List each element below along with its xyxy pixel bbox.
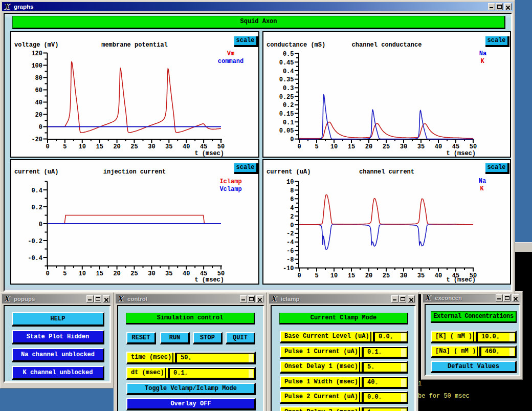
svg-text:20: 20 [365,272,372,279]
svg-text:0: 0 [297,143,301,150]
svg-text:35: 35 [165,143,172,150]
svg-text:0.05: 0.05 [279,127,294,135]
svg-text:-6: -6 [286,248,294,255]
svg-text:30: 30 [148,270,155,277]
svg-text:35: 35 [417,272,425,279]
svg-text:-20: -20 [31,136,42,143]
svg-text:15: 15 [348,143,355,150]
svg-text:Iclamp: Iclamp [219,178,241,185]
svg-text:-4: -4 [286,239,294,246]
svg-text:t (msec): t (msec) [194,150,224,157]
svg-text:channel conductance: channel conductance [352,41,422,49]
svg-text:20: 20 [113,270,120,277]
svg-text:120: 120 [31,50,42,57]
svg-text:0: 0 [297,272,301,279]
svg-text:0: 0 [39,221,42,228]
svg-text:10: 10 [79,143,86,150]
svg-text:0: 0 [39,124,42,131]
svg-text:-8: -8 [286,256,294,264]
svg-text:Vclamp: Vclamp [219,186,241,193]
svg-text:injection current: injection current [103,168,166,176]
svg-text:25: 25 [130,143,138,150]
svg-text:-10: -10 [283,265,294,272]
svg-text:-2: -2 [286,230,294,237]
svg-text:5: 5 [315,143,318,150]
svg-text:0: 0 [290,222,294,229]
svg-text:K: K [480,58,484,65]
svg-text:10: 10 [286,179,294,186]
svg-text:20: 20 [365,143,372,150]
svg-text:voltage (mV): voltage (mV) [14,41,58,49]
svg-text:0: 0 [46,143,49,150]
svg-text:current (uA): current (uA) [14,168,58,176]
svg-text:0.35: 0.35 [279,76,294,83]
svg-text:5: 5 [63,143,66,150]
svg-text:30: 30 [400,272,407,279]
svg-text:20: 20 [35,112,42,119]
svg-text:15: 15 [96,143,103,150]
svg-text:K: K [480,185,484,192]
svg-text:25: 25 [383,272,390,279]
svg-text:command: command [218,58,243,65]
svg-text:t (msec): t (msec) [194,276,224,284]
svg-text:0.3: 0.3 [283,85,294,92]
svg-text:Na: Na [479,178,486,185]
svg-text:5: 5 [63,270,66,277]
svg-text:40: 40 [35,99,42,106]
svg-text:80: 80 [35,75,42,82]
svg-text:25: 25 [383,143,390,150]
svg-text:membrane potential: membrane potential [101,41,168,49]
svg-text:5: 5 [315,272,318,279]
svg-text:0.4: 0.4 [31,187,42,194]
svg-text:40: 40 [183,143,190,150]
svg-text:6: 6 [290,196,294,203]
svg-text:t (msec): t (msec) [446,276,476,284]
svg-text:0.25: 0.25 [279,94,294,101]
svg-text:-0.4: -0.4 [28,255,42,262]
svg-text:8: 8 [290,187,294,194]
svg-text:0.2: 0.2 [283,102,294,109]
svg-text:0.45: 0.45 [279,59,294,67]
svg-text:-0.2: -0.2 [28,238,42,245]
svg-text:4: 4 [290,205,294,212]
svg-text:10: 10 [79,270,86,277]
svg-text:0.15: 0.15 [279,111,294,118]
svg-text:0: 0 [290,136,294,143]
svg-text:20: 20 [113,143,120,150]
svg-text:0.1: 0.1 [283,119,294,126]
svg-text:30: 30 [148,143,155,150]
svg-text:Vm: Vm [227,50,234,57]
svg-text:100: 100 [31,62,42,70]
svg-text:30: 30 [400,143,407,150]
svg-text:channel current: channel current [359,168,414,176]
svg-text:0.2: 0.2 [31,204,42,211]
svg-text:25: 25 [130,270,138,277]
svg-text:15: 15 [348,272,355,279]
svg-text:15: 15 [96,270,103,277]
svg-text:2: 2 [290,213,294,221]
svg-text:10: 10 [330,143,338,150]
svg-text:35: 35 [417,143,425,150]
svg-text:40: 40 [435,143,442,150]
svg-text:40: 40 [435,272,442,279]
svg-text:60: 60 [35,87,42,94]
svg-text:35: 35 [165,270,172,277]
svg-text:0: 0 [46,270,49,277]
svg-text:0.4: 0.4 [283,68,294,75]
svg-text:0.5: 0.5 [283,51,294,58]
svg-text:10: 10 [330,272,338,279]
svg-text:40: 40 [183,270,190,277]
svg-text:Na: Na [479,50,486,57]
svg-text:current (uA): current (uA) [267,168,311,176]
svg-text:t (msec): t (msec) [446,150,476,157]
svg-text:conductance (mS): conductance (mS) [267,41,325,49]
